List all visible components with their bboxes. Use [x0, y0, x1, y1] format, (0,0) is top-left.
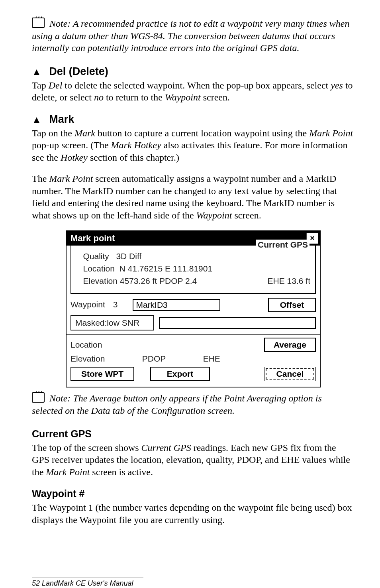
section-mark-heading: ▲ Mark	[32, 112, 355, 126]
t: Del	[49, 80, 63, 90]
note-icon	[32, 392, 45, 403]
t: to delete the selected waypoint. When th…	[62, 80, 331, 90]
mark-body-2: The Mark Point screen automatically assi…	[32, 173, 355, 222]
export-button[interactable]: Export	[150, 367, 210, 381]
ehe-field-label: EHE	[203, 354, 227, 364]
t: The top of the screen shows	[32, 442, 141, 453]
triangle-icon: ▲	[32, 66, 41, 77]
masked-input[interactable]	[159, 317, 316, 329]
pdop-label: PDOP	[159, 276, 183, 285]
section-del-heading: ▲ Del (Delete)	[32, 65, 355, 79]
location-field-label: Location	[71, 340, 102, 350]
quality-value: 3D Diff	[116, 251, 141, 262]
elevation-value: 4573.26 ft	[120, 276, 157, 285]
t: screen.	[232, 210, 261, 220]
t: Hotkey	[61, 152, 88, 163]
t: Mark Point	[49, 173, 93, 184]
note-2: Note: The Average button only appears if…	[32, 392, 355, 417]
pdop-value: 2.4	[185, 276, 197, 285]
location-value: N 41.76215 E 111.81901	[119, 264, 213, 274]
ehe-value: 13.6 ft	[287, 276, 310, 285]
dialog-title: Mark point	[71, 233, 115, 244]
t: Current GPS	[141, 442, 191, 453]
t: Tap	[32, 80, 49, 90]
t: The	[32, 173, 49, 184]
page-footer: 52 LandMark CE User's Manual	[32, 578, 143, 588]
triangle-icon: ▲	[32, 114, 41, 125]
note-2-text: Note: The Average button only appears if…	[32, 393, 322, 416]
subheading-waypoint-num: Waypoint #	[32, 487, 355, 500]
t: Location	[83, 264, 115, 273]
t: button to capture a current location way…	[95, 128, 309, 138]
elevation-label: Elevation	[83, 276, 118, 285]
t: Waypoint	[196, 210, 232, 220]
t: Mark Point	[309, 128, 353, 138]
t: screen is active.	[90, 467, 153, 477]
waypoint-number: 3	[113, 299, 118, 310]
t: section of this chapter.)	[88, 152, 179, 163]
note-icon	[32, 18, 45, 28]
mark-point-dialog: Mark point × Current GPS Quality 3D Diff…	[66, 230, 321, 388]
elevation-field-label: Elevation	[71, 354, 105, 364]
ehe-group: EHE 13.6 ft	[268, 276, 310, 287]
t: yes	[331, 80, 343, 90]
separator	[67, 334, 320, 335]
location-label: Location	[76, 264, 119, 274]
note-1: Note: A recommended practice is not to e…	[32, 18, 355, 54]
masked-label: Masked:low SNR	[71, 315, 154, 331]
offset-button[interactable]: Offset	[268, 298, 316, 312]
del-heading-text: Del (Delete)	[49, 65, 108, 77]
t: Mark Point	[46, 467, 90, 477]
elevation-group: Elevation 4573.26 ft PDOP 2.4	[76, 276, 197, 287]
subheading-current-gps: Current GPS	[32, 427, 355, 440]
current-gps-legend: Current GPS	[256, 240, 309, 250]
del-body: Tap Del to delete the selected waypoint.…	[32, 79, 355, 104]
current-gps-group: Current GPS Quality 3D Diff Location N 4…	[71, 245, 316, 294]
t: no	[94, 92, 104, 102]
store-wpt-button[interactable]: Store WPT	[71, 367, 134, 381]
markid-input[interactable]	[133, 299, 220, 311]
mark-body-1: Tap on the Mark button to capture a curr…	[32, 127, 355, 164]
pdop-field-label: PDOP	[142, 354, 166, 364]
cancel-button[interactable]: Cancel	[264, 367, 316, 381]
ehe-label: EHE	[268, 276, 285, 285]
t: Quality	[83, 252, 109, 261]
mark-heading-text: Mark	[49, 113, 74, 125]
waypoint-num-body: The Waypoint 1 (the number varies depend…	[32, 501, 355, 526]
t: Tap on the	[32, 128, 74, 138]
mark-point-dialog-figure: Mark point × Current GPS Quality 3D Diff…	[32, 230, 355, 388]
note-1-text: Note: A recommended practice is not to e…	[32, 18, 349, 53]
t: pop-up screen. (The	[32, 140, 111, 150]
t: Waypoint	[165, 92, 201, 102]
quality-label: Quality	[76, 251, 116, 262]
waypoint-label: Waypoint	[71, 299, 105, 310]
current-gps-body: The top of the screen shows Current GPS …	[32, 442, 355, 478]
t: screen.	[201, 92, 230, 102]
t: to return to the	[104, 92, 165, 102]
average-button[interactable]: Average	[264, 338, 316, 352]
t: Mark	[74, 128, 95, 138]
t: Mark Hotkey	[111, 140, 161, 150]
